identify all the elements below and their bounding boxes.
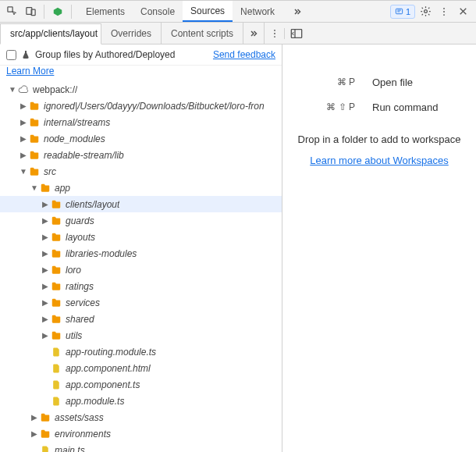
disclosure-triangle-icon[interactable]: ▶	[41, 200, 50, 208]
tree-item-label: webpack://	[33, 84, 77, 95]
app-icon	[49, 3, 66, 20]
tab-console[interactable]: Console	[133, 1, 183, 22]
separator	[44, 5, 44, 19]
issues-count: 1	[406, 7, 410, 16]
issues-badge[interactable]: 1	[390, 5, 415, 19]
inspect-element-icon[interactable]	[3, 3, 20, 20]
disclosure-triangle-icon[interactable]: ▼	[8, 85, 17, 94]
group-files-label: Group files by Authored/Deployed	[35, 49, 175, 60]
send-feedback-link[interactable]: Send feedback	[213, 49, 275, 60]
learn-more-link[interactable]: Learn More	[6, 66, 54, 77]
tree-item-label: main.ts	[55, 445, 85, 453]
tree-item-label: app.module.ts	[66, 396, 124, 407]
folder-item[interactable]: ▶libraries-modules	[0, 245, 282, 262]
run-command-shortcut: ⌘ ⇧ P	[308, 101, 355, 112]
disclosure-triangle-icon[interactable]: ▶	[41, 265, 50, 274]
folder-item[interactable]: ▶services	[0, 294, 282, 311]
folder-icon	[28, 116, 41, 129]
tab-network[interactable]: Network	[233, 1, 282, 22]
flask-icon	[21, 50, 30, 59]
disclosure-triangle-icon[interactable]: ▶	[19, 101, 28, 110]
disclosure-triangle-icon[interactable]: ▶	[41, 249, 50, 258]
disclosure-triangle-icon[interactable]: ▶	[41, 331, 50, 340]
folder-item[interactable]: ▼app	[0, 180, 282, 196]
svg-point-10	[274, 33, 275, 34]
file-icon	[39, 444, 52, 453]
tree-item-label: guards	[66, 215, 94, 226]
disclosure-triangle-icon[interactable]: ▶	[41, 315, 50, 323]
svg-point-5	[424, 10, 427, 13]
folder-item[interactable]: ▶layouts	[0, 229, 282, 245]
workspaces-link[interactable]: Learn more about Workspaces	[310, 155, 449, 166]
folder-item[interactable]: ▶environments	[0, 425, 282, 442]
tree-item-label: libraries-modules	[66, 248, 137, 259]
folder-icon	[39, 428, 52, 440]
disclosure-triangle-icon[interactable]: ▼	[19, 167, 28, 176]
disclosure-triangle-icon[interactable]: ▶	[30, 429, 39, 438]
file-item[interactable]: app-routing.module.ts	[0, 343, 282, 360]
file-tree[interactable]: ▼webpack://▶ignored|/Users/0dayyy/Downlo…	[0, 81, 282, 452]
folder-item[interactable]: ▶clients/layout	[0, 196, 282, 212]
file-item[interactable]: app.component.ts	[0, 376, 282, 393]
subbar-kebab-icon[interactable]	[265, 28, 285, 39]
subtab-0[interactable]: src/app/clients/layout	[0, 23, 101, 44]
disclosure-triangle-icon[interactable]: ▶	[19, 151, 28, 159]
disclosure-triangle-icon[interactable]: ▶	[30, 413, 39, 422]
folder-item[interactable]: ▼src	[0, 163, 282, 180]
disclosure-triangle-icon[interactable]: ▶	[41, 298, 50, 307]
folder-icon	[50, 215, 62, 227]
run-command-label: Run command	[372, 101, 450, 113]
tree-item-label: layouts	[66, 232, 95, 243]
folder-icon	[28, 149, 41, 162]
tabs-overflow-icon[interactable]	[287, 7, 307, 16]
folder-item[interactable]: ▶shared	[0, 311, 282, 327]
subtab-2[interactable]: Content scripts	[162, 23, 243, 44]
folder-item[interactable]: ▶node_modules	[0, 130, 282, 147]
kebab-menu-icon[interactable]	[435, 3, 453, 20]
folder-icon	[39, 411, 52, 424]
tree-item-label: loro	[66, 265, 81, 276]
tab-elements[interactable]: Elements	[78, 1, 133, 22]
folder-item[interactable]: ▶guards	[0, 212, 282, 229]
folder-item[interactable]: ▶readable-stream/lib	[0, 147, 282, 163]
disclosure-triangle-icon[interactable]: ▶	[41, 216, 50, 225]
folder-item[interactable]: ▶ignored|/Users/0dayyy/Downloads/Bitbuck…	[0, 98, 282, 114]
tree-item-label: clients/layout	[66, 199, 119, 210]
source-root[interactable]: ▼webpack://	[0, 81, 282, 98]
file-icon	[50, 362, 62, 375]
editor-empty-state: ⌘ P Open file ⌘ ⇧ P Run command Drop in …	[282, 44, 476, 452]
disclosure-triangle-icon[interactable]: ▶	[41, 282, 50, 290]
tree-item-label: environments	[55, 429, 111, 440]
disclosure-triangle-icon[interactable]: ▼	[30, 183, 39, 192]
file-icon	[50, 379, 62, 391]
devtools-topbar: ElementsConsoleSourcesNetwork 1	[0, 1, 476, 23]
close-icon[interactable]	[454, 3, 471, 20]
authored-info-bar: Group files by Authored/Deployed Send fe…	[0, 44, 282, 66]
subtabs-overflow-icon[interactable]	[243, 29, 264, 38]
folder-item[interactable]: ▶ratings	[0, 278, 282, 294]
folder-item[interactable]: ▶utils	[0, 327, 282, 343]
sources-subbar: src/app/clients/layoutOverridesContent s…	[0, 23, 476, 44]
folder-icon	[50, 297, 62, 309]
folder-item[interactable]: ▶internal/streams	[0, 114, 282, 130]
disclosure-triangle-icon[interactable]: ▶	[41, 233, 50, 241]
folder-icon	[50, 264, 62, 276]
folder-icon	[50, 231, 62, 244]
tree-item-label: node_modules	[44, 133, 105, 144]
file-icon	[50, 346, 62, 358]
group-files-checkbox[interactable]	[6, 50, 16, 60]
file-item[interactable]: app.component.html	[0, 360, 282, 376]
disclosure-triangle-icon[interactable]: ▶	[19, 118, 28, 126]
file-item[interactable]: app.module.ts	[0, 393, 282, 409]
file-navigator: Group files by Authored/Deployed Send fe…	[0, 44, 282, 452]
folder-icon	[50, 247, 62, 260]
folder-item[interactable]: ▶assets/sass	[0, 409, 282, 425]
toggle-navigator-icon[interactable]	[285, 28, 308, 39]
file-item[interactable]: main.ts	[0, 442, 282, 452]
subtab-1[interactable]: Overrides	[101, 23, 162, 44]
folder-item[interactable]: ▶loro	[0, 262, 282, 278]
device-toggle-icon[interactable]	[22, 3, 39, 20]
disclosure-triangle-icon[interactable]: ▶	[19, 134, 28, 143]
settings-icon[interactable]	[417, 3, 434, 20]
tab-sources[interactable]: Sources	[183, 1, 233, 22]
